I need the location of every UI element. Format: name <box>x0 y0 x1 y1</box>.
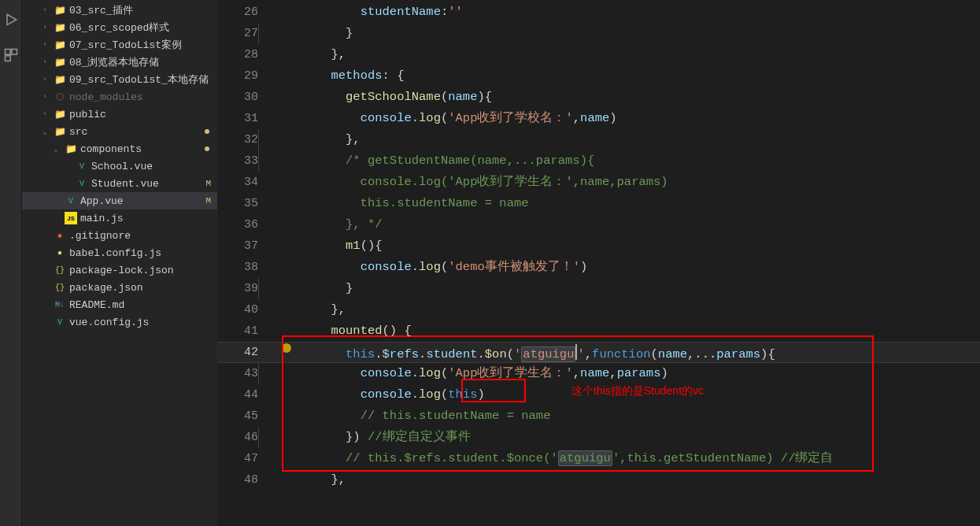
vue-icon: V <box>54 316 66 328</box>
chevron-icon: › <box>39 57 50 68</box>
code-line[interactable]: // this.studentName = name <box>272 406 980 427</box>
file-tree-item[interactable]: ›📁public <box>22 106 217 123</box>
code-line[interactable]: getSchoolName(name){ <box>272 87 980 108</box>
line-number: 27 <box>217 23 258 44</box>
line-number: 46 <box>217 427 258 448</box>
line-number: 29 <box>217 65 258 87</box>
code-line[interactable]: methods: { <box>272 65 980 87</box>
js-icon: JS <box>65 212 77 224</box>
chevron-icon: ⌄ <box>39 126 50 137</box>
folder-icon: 📁 <box>54 4 66 17</box>
code-line[interactable]: console.log('demo事件被触发了！') <box>272 257 980 278</box>
chevron-icon: › <box>39 22 50 33</box>
file-tree-item[interactable]: ›📁08_浏览器本地存储 <box>22 54 217 71</box>
file-label: node_modules <box>69 91 217 103</box>
line-number: 43 <box>217 363 258 384</box>
file-label: Student.vue <box>91 178 202 190</box>
markdown-icon: M↓ <box>54 298 66 311</box>
line-number: 48 <box>217 469 258 491</box>
file-tree-item[interactable]: VStudent.vueM <box>22 175 217 192</box>
code-line[interactable]: }, <box>272 44 980 65</box>
code-line[interactable]: console.log('App收到了学生名：',name,params) <box>272 363 980 384</box>
code-editor[interactable]: 2627282930313233343536373839404142434445… <box>217 0 980 526</box>
code-line[interactable]: }, <box>272 469 980 491</box>
code-line[interactable]: console.log('App收到了学生名：',name,params) <box>272 172 980 193</box>
code-line[interactable]: }, <box>272 129 980 150</box>
file-label: 07_src_TodoList案例 <box>69 38 217 52</box>
folder-icon: 📁 <box>54 73 66 86</box>
line-number: 28 <box>217 44 258 65</box>
folder-icon: 📁 <box>54 125 66 138</box>
folder-icon: 📁 <box>54 56 66 69</box>
modified-dot <box>205 129 209 134</box>
file-label: App.vue <box>80 195 202 207</box>
file-label: vue.config.js <box>69 317 217 328</box>
chevron-icon: › <box>39 39 50 50</box>
file-tree-item[interactable]: ●babel.config.js <box>22 244 217 261</box>
chevron-icon <box>39 230 50 241</box>
file-tree-item[interactable]: ›📁06_src_scoped样式 <box>22 19 217 36</box>
file-tree-item[interactable]: ›📁07_src_TodoList案例 <box>22 36 217 54</box>
code-line[interactable]: /* getStudentName(name,...params){ <box>272 150 980 172</box>
chevron-icon: › <box>39 5 50 16</box>
code-line[interactable]: studentName:'' <box>272 2 980 23</box>
file-tree-item[interactable]: JSmain.js <box>22 209 217 227</box>
folder-icon: 📁 <box>65 143 77 155</box>
chevron-icon <box>61 178 72 189</box>
code-content[interactable]: 这个this指的是Student的vc studentName:'' } }, … <box>272 0 980 526</box>
code-line[interactable]: } <box>272 23 980 44</box>
code-line[interactable]: console.log(this) <box>272 384 980 406</box>
code-line[interactable]: }) //绑定自定义事件 <box>272 427 980 448</box>
file-label: package.json <box>69 282 217 294</box>
file-explorer: ›📁03_src_插件›📁06_src_scoped样式›📁07_src_Tod… <box>22 0 217 526</box>
chevron-icon: ⌄ <box>50 143 61 154</box>
line-number: 39 <box>217 278 258 299</box>
svg-rect-3 <box>5 56 10 61</box>
git-icon: ◆ <box>54 229 66 242</box>
code-line[interactable]: console.log('App收到了学校名：',name) <box>272 108 980 129</box>
line-number: 36 <box>217 214 258 235</box>
modified-badge: M <box>205 179 211 188</box>
folder-icon: 📁 <box>54 21 66 34</box>
file-label: .gitignore <box>69 230 217 242</box>
run-icon[interactable] <box>3 12 19 28</box>
file-label: 09_src_TodoList_本地存储 <box>69 72 217 87</box>
file-tree-item[interactable]: Vvue.config.js <box>22 313 217 331</box>
chevron-icon: › <box>39 91 50 102</box>
vue-icon: V <box>76 177 88 190</box>
code-line[interactable]: this.studentName = name <box>272 193 980 214</box>
code-line[interactable]: }, */ <box>272 214 980 235</box>
file-label: School.vue <box>91 161 217 172</box>
file-tree-item[interactable]: VSchool.vue <box>22 157 217 175</box>
file-tree-item[interactable]: VApp.vueM <box>22 192 217 209</box>
chevron-icon <box>50 195 61 206</box>
file-tree-item[interactable]: ›📁09_src_TodoList_本地存储 <box>22 71 217 88</box>
file-tree-item[interactable]: ⌄📁components <box>22 140 217 157</box>
vue-icon: V <box>65 194 77 207</box>
folder-icon: ⬡ <box>54 91 66 103</box>
line-number: 31 <box>217 108 258 129</box>
file-tree-item[interactable]: ◆.gitignore <box>22 227 217 244</box>
line-number: 34 <box>217 172 258 193</box>
file-label: components <box>80 143 202 155</box>
svg-rect-2 <box>11 50 17 55</box>
file-label: 08_浏览器本地存储 <box>69 55 217 69</box>
code-line[interactable]: // this.$refs.student.$once('atguigu',th… <box>272 448 980 469</box>
line-number: 30 <box>217 87 258 108</box>
line-number: 37 <box>217 235 258 257</box>
file-tree-item[interactable]: ›⬡node_modules <box>22 88 217 106</box>
file-tree-item[interactable]: ⌄📁src <box>22 123 217 140</box>
code-line[interactable]: m1(){ <box>272 235 980 257</box>
file-tree-item[interactable]: ›📁03_src_插件 <box>22 2 217 19</box>
chevron-icon <box>39 299 50 310</box>
file-tree-item[interactable]: {}package-lock.json <box>22 261 217 279</box>
file-tree-item[interactable]: {}package.json <box>22 279 217 296</box>
code-line[interactable]: }, <box>272 299 980 320</box>
code-line[interactable]: this.$refs.student.$on('atguigu',functio… <box>272 342 980 363</box>
modified-dot <box>205 146 209 151</box>
code-line[interactable]: } <box>272 278 980 299</box>
code-line[interactable]: mounted() { <box>272 320 980 342</box>
file-tree-item[interactable]: M↓README.md <box>22 296 217 313</box>
extensions-icon[interactable] <box>3 47 19 63</box>
chevron-icon <box>39 282 50 293</box>
